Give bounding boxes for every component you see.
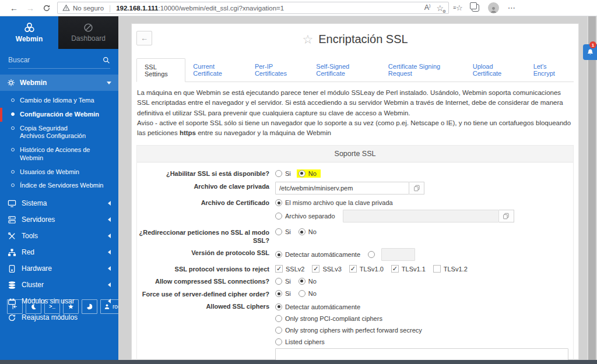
radio-icon[interactable] xyxy=(275,228,282,235)
tab-per-ip-certificates[interactable]: Per-IP Certificates xyxy=(247,58,308,82)
sidebar-item-usuarios-webmin[interactable]: Usuarios de Webmin xyxy=(0,165,118,179)
ciphers-listed-radio[interactable]: Listed ciphers xyxy=(275,338,325,345)
protocol-version-input[interactable] xyxy=(381,248,415,261)
sidebar-section-servidores[interactable]: Servidores xyxy=(0,211,118,228)
ciphers-pci-radio[interactable]: Only strong PCI-compliant ciphers xyxy=(275,315,382,322)
radio-icon[interactable] xyxy=(275,290,282,297)
sidebar-section-cluster[interactable]: Cluster xyxy=(0,277,118,293)
tab-bar: SSL Settings Current Certificate Per-IP … xyxy=(136,58,574,82)
checkbox-icon[interactable] xyxy=(433,265,441,273)
sidebar-item-historico-acciones[interactable]: Histórico de Acciones de Webmin xyxy=(0,143,118,165)
radio-icon[interactable] xyxy=(275,170,282,177)
sidebar-section-sistema[interactable]: Sistema xyxy=(0,195,118,211)
sidebar-tab-dashboard[interactable]: Dashboard xyxy=(58,16,118,49)
collections-icon[interactable] xyxy=(472,4,479,12)
checkbox-icon[interactable]: ✓ xyxy=(391,265,399,273)
row-private-key-file: Archivo de clave privada xyxy=(137,179,573,196)
checkbox-icon[interactable]: ✓ xyxy=(349,265,357,273)
tab-current-certificate[interactable]: Current Certificate xyxy=(185,58,247,82)
browser-reload-icon[interactable] xyxy=(38,1,55,15)
search-icon[interactable] xyxy=(103,56,110,64)
checkbox-icon[interactable]: ✓ xyxy=(275,265,283,273)
browser-menu-icon[interactable]: ⋯ xyxy=(508,3,515,12)
sidebar-section-webmin[interactable]: Webmin xyxy=(0,75,118,91)
theme-button[interactable] xyxy=(82,299,97,314)
radio-icon[interactable] xyxy=(298,278,305,285)
reload-icon xyxy=(43,4,51,12)
radio-icon[interactable] xyxy=(275,199,282,206)
radio-icon[interactable] xyxy=(275,338,282,345)
radio-icon[interactable] xyxy=(275,315,282,322)
tab-lets-encrypt[interactable]: Let's Encrypt xyxy=(526,58,574,82)
sidebar-tab-webmin[interactable]: Webmin xyxy=(0,16,58,49)
security-label[interactable]: No seguro xyxy=(73,5,104,12)
address-bar[interactable]: No seguro | 192.168.1.111:10000/webmin/e… xyxy=(57,2,449,14)
collapse-sidebar-button[interactable] xyxy=(7,299,23,314)
sidebar-item-configuracion-webmin[interactable]: Configuración de Webmin xyxy=(0,108,118,122)
tab-self-signed-certificate[interactable]: Self-Signed Certificate xyxy=(308,58,381,82)
browser-forward-icon[interactable]: → xyxy=(22,1,38,15)
radio-icon[interactable] xyxy=(298,170,305,177)
compressed-yes-radio[interactable]: Si xyxy=(275,278,291,285)
terminal-button[interactable]: >_ xyxy=(44,299,60,314)
listed-ciphers-input[interactable] xyxy=(275,348,568,361)
page-scrollbar[interactable] xyxy=(587,16,597,360)
cipher-order-yes-radio[interactable]: Si xyxy=(275,290,291,297)
reject-sslv2-checkbox[interactable]: ✓ SSLv2 xyxy=(275,265,304,273)
radio-icon[interactable] xyxy=(368,251,375,258)
compressed-no-radio[interactable]: No xyxy=(298,278,317,285)
checkbox-icon[interactable]: ✓ xyxy=(312,265,319,273)
reject-tlsv11-checkbox[interactable]: ✓ TLSv1.1 xyxy=(391,265,426,273)
private-key-file-input[interactable] xyxy=(275,182,409,195)
radio-icon[interactable] xyxy=(298,290,305,297)
redirect-yes-radio[interactable]: Si xyxy=(275,228,291,235)
reject-tlsv12-checkbox[interactable]: TLSv1.2 xyxy=(433,265,468,273)
protocol-custom-radio[interactable] xyxy=(368,251,378,258)
favorites-bar-icon[interactable]: ≡☆ xyxy=(456,3,463,12)
reject-sslv3-checkbox[interactable]: ✓ SSLv3 xyxy=(312,265,341,273)
scrollbar-thumb[interactable] xyxy=(588,16,596,360)
cert-separate-file-radio[interactable]: Archivo separado xyxy=(275,213,335,220)
profile-avatar[interactable] xyxy=(488,2,499,13)
notification-badge: 1 xyxy=(589,41,596,48)
ciphers-pfs-radio[interactable]: Only strong ciphers with perfect forward… xyxy=(275,327,422,334)
protocol-auto-radio[interactable]: Detectar automáticamente xyxy=(275,251,360,258)
read-aloud-icon[interactable]: A) xyxy=(424,3,431,12)
separate-cert-file-input[interactable] xyxy=(343,210,499,222)
browser-back-icon[interactable]: ← xyxy=(6,1,22,15)
back-button[interactable]: ← xyxy=(136,31,152,45)
row-allowed-ciphers: Allowed SSL ciphers Detectar automáticam… xyxy=(137,299,573,364)
tab-certificate-signing-request[interactable]: Certificate Signing Request xyxy=(381,58,465,82)
favorite-star-icon[interactable]: ☆ xyxy=(302,33,313,46)
add-favorite-icon[interactable]: ☆⚙ xyxy=(436,3,444,13)
sidebar-section-hardware[interactable]: Hardware xyxy=(0,260,118,277)
sidebar-section-red[interactable]: Red xyxy=(0,244,118,260)
sidebar-search-input[interactable] xyxy=(8,56,103,64)
radio-icon[interactable] xyxy=(275,278,282,285)
radio-icon[interactable] xyxy=(298,228,305,235)
sidebar-item-cambio-idioma[interactable]: Cambio de Idioma y Tema xyxy=(0,94,118,108)
redirect-no-radio[interactable]: No xyxy=(298,228,317,235)
night-mode-button[interactable] xyxy=(26,299,41,314)
enable-ssl-yes-radio[interactable]: Si xyxy=(275,170,291,177)
file-chooser-button[interactable] xyxy=(499,210,514,222)
radio-icon[interactable] xyxy=(275,251,282,258)
reject-tlsv10-checkbox[interactable]: ✓ TLSv1.0 xyxy=(349,265,384,273)
cipher-order-no-radio[interactable]: No xyxy=(298,290,317,297)
sidebar-section-tools[interactable]: Tools xyxy=(0,228,118,244)
cert-same-file-radio[interactable]: El mismo archivo que la clave privada xyxy=(275,199,393,206)
file-chooser-button[interactable] xyxy=(409,182,424,195)
user-button[interactable]: root xyxy=(100,299,118,314)
notifications-button[interactable]: 1 xyxy=(583,44,597,60)
browser-toolbar-right: ≡☆ ⋯ xyxy=(456,2,515,13)
radio-icon[interactable] xyxy=(275,213,282,220)
radio-icon[interactable] xyxy=(275,327,282,334)
ciphers-auto-radio[interactable]: Detectar automáticamente xyxy=(275,303,360,310)
tab-ssl-settings[interactable]: SSL Settings xyxy=(136,58,185,82)
enable-ssl-no-radio[interactable]: No xyxy=(297,169,321,178)
sidebar-item-copia-seguridad[interactable]: Copia Seguridad Archivos Configuración xyxy=(0,122,118,144)
sidebar-item-indice-servidores[interactable]: Índice de Servidores Webmin xyxy=(0,179,118,193)
tab-upload-certificate[interactable]: Upload Certificate xyxy=(465,58,526,82)
radio-icon[interactable] xyxy=(275,303,282,310)
favorites-button[interactable] xyxy=(63,299,79,314)
